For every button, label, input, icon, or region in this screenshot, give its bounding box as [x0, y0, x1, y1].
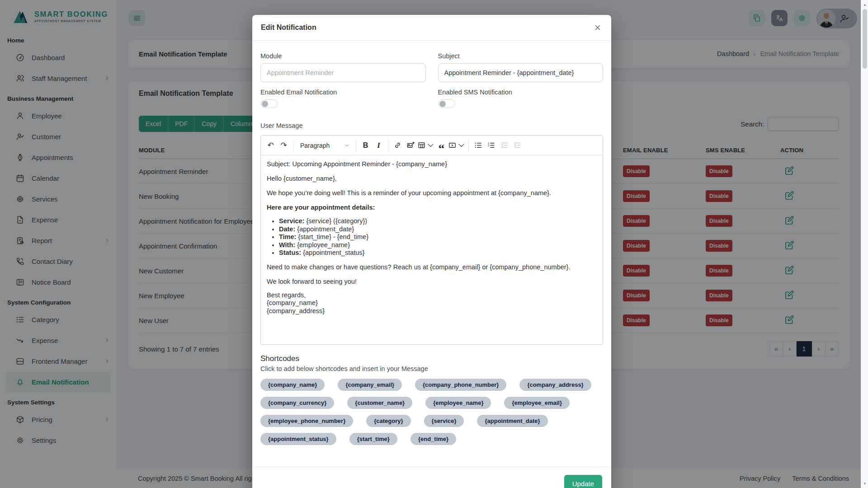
detail-item: Date: {appointment_date}: [279, 225, 597, 234]
rich-text-editor: ↶ ↷ Paragraph B I “: [260, 135, 603, 345]
page-scrollbar[interactable]: ▲ ▼: [861, 0, 868, 488]
scroll-down-arrow[interactable]: ▼: [861, 480, 868, 487]
modal-body: Module Subject Enabled Email Notificatio…: [252, 41, 611, 445]
shortcode-chip[interactable]: {appointment_status}: [260, 433, 336, 445]
undo-icon[interactable]: ↶: [264, 139, 277, 152]
blockquote-icon[interactable]: “: [435, 139, 448, 152]
shortcode-chip[interactable]: {appointment_date}: [477, 415, 547, 427]
shortcode-chip[interactable]: {end_time}: [410, 433, 456, 445]
appointment-details-list: Service: {service} ({category}) Date: {a…: [267, 217, 597, 257]
detail-item: Time: {start_time} - {end_time}: [279, 233, 597, 241]
shortcode-chip[interactable]: {employee_phone_number}: [260, 415, 353, 427]
screen: SMART BOOKING APPOINTMENT MANAGEMENT SYS…: [0, 0, 868, 488]
module-input[interactable]: [260, 63, 426, 82]
message-paragraph: We look forward to seeing you!: [267, 277, 597, 286]
insert-media-icon[interactable]: [448, 139, 466, 152]
user-message-label: User Message: [260, 122, 603, 129]
chevron-down-icon: [344, 143, 349, 148]
detail-item: With: {employee_name}: [279, 241, 597, 249]
shortcode-chip[interactable]: {company_phone_number}: [415, 379, 506, 391]
message-heading: Here are your appointment details:: [267, 203, 597, 212]
shortcodes-title: Shortcodes: [260, 354, 603, 363]
sms-toggle-label: Enabled SMS Notification: [438, 89, 604, 96]
outdent-icon[interactable]: [498, 139, 511, 152]
shortcode-chip[interactable]: {company_email}: [338, 379, 402, 391]
message-signature: Best regards, {company_name} {company_ad…: [267, 291, 597, 315]
message-paragraph: Subject: Upcoming Appointment Reminder -…: [267, 160, 597, 169]
email-toggle-label: Enabled Email Notification: [260, 89, 426, 96]
paragraph-style-dropdown[interactable]: Paragraph: [296, 139, 353, 152]
bulleted-list-icon[interactable]: [472, 139, 485, 152]
subject-label: Subject: [438, 52, 604, 60]
close-icon[interactable]: ✕: [594, 23, 601, 32]
modal-title: Edit Notification: [261, 23, 316, 32]
detail-item: Status: {appointment_status}: [279, 249, 597, 257]
shortcode-chip[interactable]: {employee_email}: [504, 397, 570, 409]
numbered-list-icon[interactable]: 12: [485, 139, 498, 152]
detail-item: Service: {service} ({category}): [279, 217, 597, 225]
edit-notification-modal: Edit Notification ✕ Module Subject Enabl…: [252, 15, 611, 488]
shortcode-chip[interactable]: {employee_name}: [425, 397, 491, 409]
shortcode-chips: {company_name} {company_email} {company_…: [260, 379, 598, 445]
message-paragraph: Need to make changes or have questions? …: [267, 263, 597, 272]
message-paragraph: We hope you’re doing well! This is a rem…: [267, 188, 597, 197]
subject-input[interactable]: [438, 63, 604, 82]
link-icon[interactable]: [391, 139, 404, 152]
shortcodes-subtitle: Click to add below shortcodes and insert…: [260, 365, 603, 372]
bold-icon[interactable]: B: [359, 139, 372, 152]
svg-text:2: 2: [488, 144, 489, 147]
insert-image-icon[interactable]: [404, 139, 417, 152]
chevron-down-icon: [426, 141, 435, 150]
indent-icon[interactable]: [511, 139, 524, 152]
scroll-up-arrow[interactable]: ▲: [861, 1, 868, 8]
shortcode-chip[interactable]: {company_name}: [260, 379, 325, 391]
editor-toolbar: ↶ ↷ Paragraph B I “: [261, 136, 603, 155]
modal-header: Edit Notification ✕: [252, 15, 611, 41]
shortcode-chip[interactable]: {start_time}: [349, 433, 397, 445]
modal-footer: Update: [252, 467, 611, 488]
message-editor-content[interactable]: Subject: Upcoming Appointment Reminder -…: [261, 155, 603, 344]
shortcode-chip[interactable]: {company_currency}: [260, 397, 334, 409]
chevron-down-icon: [457, 141, 466, 150]
message-paragraph: Hello {customer_name},: [267, 174, 597, 183]
scrollbar-thumb[interactable]: [863, 9, 867, 69]
email-notification-toggle[interactable]: [260, 99, 278, 108]
shortcode-chip[interactable]: {customer_name}: [347, 397, 412, 409]
update-button[interactable]: Update: [564, 475, 602, 488]
insert-table-icon[interactable]: [417, 139, 435, 152]
italic-icon[interactable]: I: [372, 139, 385, 152]
shortcode-chip[interactable]: {category}: [366, 415, 410, 427]
redo-icon[interactable]: ↷: [277, 139, 290, 152]
shortcode-chip[interactable]: {service}: [424, 415, 464, 427]
sms-notification-toggle[interactable]: [438, 99, 455, 108]
module-label: Module: [260, 52, 426, 60]
shortcode-chip[interactable]: {company_address}: [519, 379, 591, 391]
